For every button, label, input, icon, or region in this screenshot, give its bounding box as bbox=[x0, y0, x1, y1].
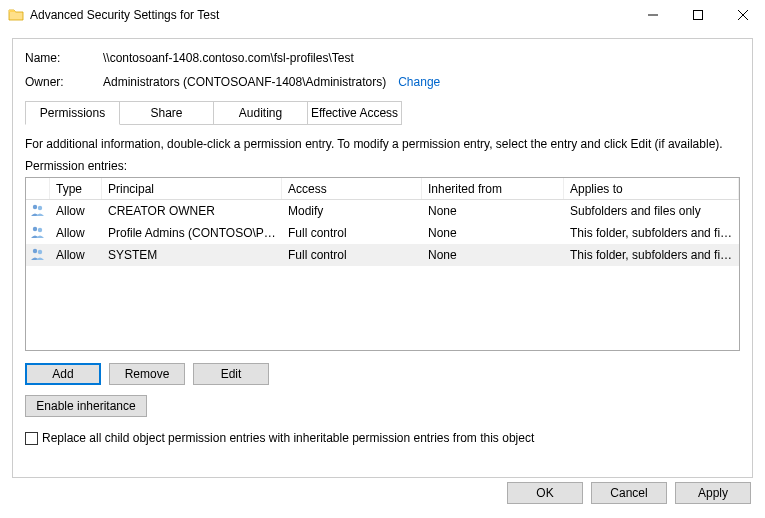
apply-button[interactable]: Apply bbox=[675, 482, 751, 504]
grid-body: Allow CREATOR OWNER Modify None Subfolde… bbox=[26, 200, 739, 266]
svg-point-9 bbox=[38, 249, 42, 253]
table-row[interactable]: Allow CREATOR OWNER Modify None Subfolde… bbox=[26, 200, 739, 222]
owner-label: Owner: bbox=[25, 75, 103, 89]
col-access[interactable]: Access bbox=[282, 178, 422, 199]
maximize-button[interactable] bbox=[675, 0, 720, 30]
table-row[interactable]: Allow Profile Admins (CONTOSO\Pr... Full… bbox=[26, 222, 739, 244]
entry-buttons: Add Remove Edit bbox=[25, 363, 740, 385]
name-value: \\contosoanf-1408.contoso.com\fsl-profil… bbox=[103, 51, 354, 65]
svg-point-5 bbox=[38, 205, 42, 209]
svg-rect-1 bbox=[693, 11, 702, 20]
entries-label: Permission entries: bbox=[25, 159, 740, 173]
enable-inheritance-button[interactable]: Enable inheritance bbox=[25, 395, 147, 417]
replace-checkbox[interactable] bbox=[25, 432, 38, 445]
ok-button[interactable]: OK bbox=[507, 482, 583, 504]
change-owner-link[interactable]: Change bbox=[398, 75, 440, 89]
svg-point-4 bbox=[33, 204, 37, 208]
col-icon bbox=[26, 178, 50, 199]
window-title: Advanced Security Settings for Test bbox=[30, 8, 630, 22]
inheritance-buttons: Enable inheritance bbox=[25, 395, 740, 417]
cancel-button[interactable]: Cancel bbox=[591, 482, 667, 504]
group-icon bbox=[30, 247, 46, 264]
svg-point-6 bbox=[33, 226, 37, 230]
svg-point-7 bbox=[38, 227, 42, 231]
replace-checkbox-row: Replace all child object permission entr… bbox=[25, 431, 740, 445]
edit-button[interactable]: Edit bbox=[193, 363, 269, 385]
owner-value: Administrators (CONTOSOANF-1408\Administ… bbox=[103, 75, 386, 89]
col-type[interactable]: Type bbox=[50, 178, 102, 199]
col-principal[interactable]: Principal bbox=[102, 178, 282, 199]
add-button[interactable]: Add bbox=[25, 363, 101, 385]
tab-strip: Permissions Share Auditing Effective Acc… bbox=[25, 101, 740, 125]
group-icon bbox=[30, 203, 46, 220]
owner-row: Owner: Administrators (CONTOSOANF-1408\A… bbox=[25, 75, 740, 89]
svg-point-8 bbox=[33, 248, 37, 252]
window-controls bbox=[630, 0, 765, 30]
table-row[interactable]: Allow SYSTEM Full control None This fold… bbox=[26, 244, 739, 266]
grid-header: Type Principal Access Inherited from App… bbox=[26, 178, 739, 200]
main-panel: Name: \\contosoanf-1408.contoso.com\fsl-… bbox=[12, 38, 753, 478]
tab-share[interactable]: Share bbox=[119, 101, 214, 125]
instruction-text: For additional information, double-click… bbox=[25, 137, 740, 151]
replace-checkbox-label: Replace all child object permission entr… bbox=[42, 431, 534, 445]
tab-permissions[interactable]: Permissions bbox=[25, 101, 120, 125]
col-applies[interactable]: Applies to bbox=[564, 178, 739, 199]
group-icon bbox=[30, 225, 46, 242]
remove-button[interactable]: Remove bbox=[109, 363, 185, 385]
col-inherited[interactable]: Inherited from bbox=[422, 178, 564, 199]
permissions-grid[interactable]: Type Principal Access Inherited from App… bbox=[25, 177, 740, 351]
dialog-footer: OK Cancel Apply bbox=[0, 482, 765, 508]
close-button[interactable] bbox=[720, 0, 765, 30]
name-row: Name: \\contosoanf-1408.contoso.com\fsl-… bbox=[25, 51, 740, 65]
minimize-button[interactable] bbox=[630, 0, 675, 30]
name-label: Name: bbox=[25, 51, 103, 65]
titlebar: Advanced Security Settings for Test bbox=[0, 0, 765, 30]
folder-icon bbox=[8, 7, 24, 23]
tab-effective-access[interactable]: Effective Access bbox=[307, 101, 402, 125]
tab-auditing[interactable]: Auditing bbox=[213, 101, 308, 125]
